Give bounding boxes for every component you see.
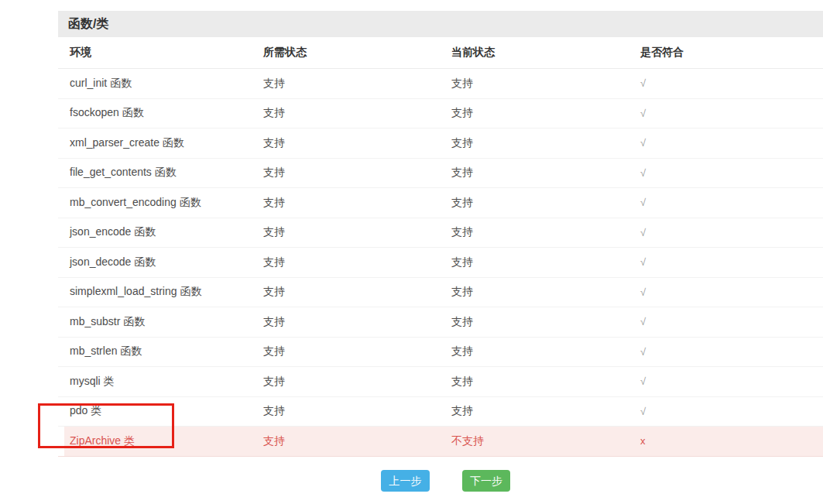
current-status: 支持: [440, 375, 629, 389]
env-check-panel: 函数/类 环境 所需状态 当前状态 是否符合 curl_init 函数 支持 支…: [58, 11, 823, 457]
required-status: 支持: [252, 315, 440, 329]
required-status: 支持: [252, 196, 440, 210]
column-header-current-status: 当前状态: [440, 46, 629, 60]
required-status: 支持: [252, 166, 440, 180]
current-status: 支持: [440, 225, 629, 239]
table-row: simplexml_load_string 函数 支持 支持 √: [58, 278, 823, 308]
column-header-environment: 环境: [58, 46, 252, 60]
table-row: file_get_contents 函数 支持 支持 √: [58, 159, 823, 189]
compliance-mark: √: [629, 197, 823, 208]
compliance-mark: √: [629, 77, 823, 89]
compliance-mark: √: [629, 286, 823, 298]
table-row: pdo 类 支持 支持 √: [58, 397, 823, 427]
table-row: mb_strlen 函数 支持 支持 √: [58, 338, 823, 368]
current-status: 支持: [440, 136, 629, 150]
compliance-mark: √: [629, 227, 823, 238]
current-status: 支持: [440, 196, 629, 210]
column-header-required-status: 所需状态: [252, 46, 440, 60]
current-status: 不支持: [440, 434, 629, 448]
compliance-mark: √: [629, 375, 823, 387]
install-check-page: { "section": { "title": "函数/类" }, "table…: [0, 0, 823, 504]
section-title: 函数/类: [58, 11, 823, 37]
env-name: json_encode 函数: [58, 225, 252, 239]
compliance-mark: √: [629, 137, 823, 149]
compliance-mark: √: [629, 406, 823, 417]
required-status: 支持: [252, 225, 440, 239]
table-row: curl_init 函数 支持 支持 √: [58, 69, 823, 99]
env-name: curl_init 函数: [58, 77, 252, 91]
env-name: fsockopen 函数: [58, 106, 252, 120]
compliance-mark: √: [629, 167, 823, 179]
table-header-row: 环境 所需状态 当前状态 是否符合: [58, 37, 823, 69]
env-name: pdo 类: [58, 404, 252, 418]
current-status: 支持: [440, 315, 629, 329]
required-status: 支持: [252, 106, 440, 120]
env-name: file_get_contents 函数: [58, 166, 252, 180]
env-name: mysqli 类: [58, 375, 252, 389]
required-status: 支持: [252, 345, 440, 358]
next-step-button[interactable]: 下一步: [462, 470, 510, 492]
env-name: mb_strlen 函数: [58, 345, 252, 358]
required-status: 支持: [252, 136, 440, 150]
required-status: 支持: [252, 434, 440, 448]
table-row: xml_parser_create 函数 支持 支持 √: [58, 129, 823, 159]
table-row: ZipArchive 类 支持 不支持 x: [58, 427, 823, 457]
env-name: mb_substr 函数: [58, 315, 252, 329]
table-body: curl_init 函数 支持 支持 √ fsockopen 函数 支持 支持 …: [58, 69, 823, 457]
env-table: 环境 所需状态 当前状态 是否符合 curl_init 函数 支持 支持 √ f…: [58, 37, 823, 457]
current-status: 支持: [440, 345, 629, 358]
required-status: 支持: [252, 77, 440, 91]
env-name: simplexml_load_string 函数: [58, 285, 252, 299]
required-status: 支持: [252, 375, 440, 389]
compliance-mark: √: [629, 316, 823, 327]
current-status: 支持: [440, 285, 629, 299]
env-name: xml_parser_create 函数: [58, 136, 252, 150]
current-status: 支持: [440, 255, 629, 269]
table-row: mb_substr 函数 支持 支持 √: [58, 307, 823, 338]
current-status: 支持: [440, 106, 629, 120]
column-header-compliance: 是否符合: [629, 46, 823, 60]
compliance-mark: √: [629, 108, 823, 119]
env-name: ZipArchive 类: [58, 434, 252, 448]
table-row: mysqli 类 支持 支持 √: [58, 367, 823, 397]
current-status: 支持: [440, 404, 629, 418]
table-row: fsockopen 函数 支持 支持 √: [58, 99, 823, 129]
required-status: 支持: [252, 255, 440, 269]
table-row: json_encode 函数 支持 支持 √: [58, 218, 823, 249]
env-name: json_decode 函数: [58, 255, 252, 269]
table-row: mb_convert_encoding 函数 支持 支持 √: [58, 188, 823, 218]
prev-step-button[interactable]: 上一步: [381, 470, 430, 492]
current-status: 支持: [440, 166, 629, 180]
compliance-mark: √: [629, 256, 823, 268]
compliance-mark: √: [629, 346, 823, 358]
required-status: 支持: [252, 404, 440, 418]
compliance-mark: x: [629, 435, 823, 447]
required-status: 支持: [252, 285, 440, 299]
env-name: mb_convert_encoding 函数: [58, 196, 252, 210]
table-row: json_decode 函数 支持 支持 √: [58, 248, 823, 278]
current-status: 支持: [440, 77, 629, 91]
